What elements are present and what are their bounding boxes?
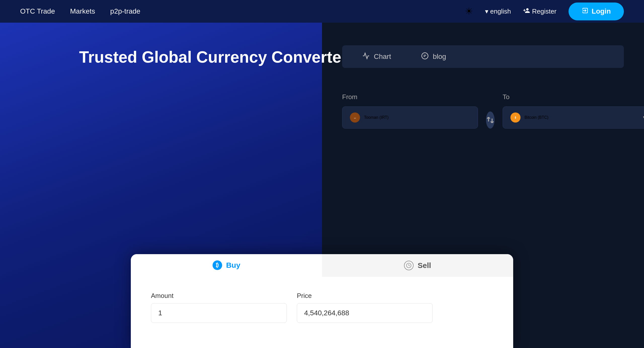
blog-label: blog xyxy=(433,53,446,61)
to-currency-input[interactable]: ₿ Bitcoin (BTC) ▾ xyxy=(503,106,644,129)
register-icon xyxy=(523,7,530,16)
to-label: To xyxy=(503,93,644,101)
irt-flag: ت xyxy=(350,112,360,123)
main-card: ₿ Buy Sell Amount xyxy=(131,254,513,348)
hero-section: Trusted Global Currency Converter & Mone… xyxy=(0,23,644,348)
language-selector[interactable]: ▾ english xyxy=(485,8,511,15)
right-tabs-row: Chart blog xyxy=(342,45,624,68)
login-label: Login xyxy=(592,7,611,15)
amount-field-group: Amount xyxy=(151,292,287,323)
card-wrapper: ₿ Buy Sell Amount xyxy=(131,254,513,348)
price-label: Price xyxy=(297,292,433,300)
nav-p2p-trade[interactable]: p2p-trade xyxy=(110,7,140,15)
nav-markets[interactable]: Markets xyxy=(70,7,95,15)
login-icon xyxy=(582,7,589,16)
language-label: english xyxy=(490,8,511,15)
to-currency-name: Bitcoin (BTC) xyxy=(525,115,548,120)
lang-arrow-icon: ▾ xyxy=(485,8,488,15)
to-currency-dropdown-arrow: ▾ xyxy=(643,114,644,121)
buy-bitcoin-icon: ₿ xyxy=(213,260,222,270)
svg-text:ت: ت xyxy=(354,117,356,119)
to-currency-field: To ₿ Bitcoin (BTC) ▾ xyxy=(503,93,644,129)
register-label: Register xyxy=(532,8,556,15)
form-area: Amount Price xyxy=(131,277,513,348)
from-currency-field: From ت Tooman (IRT) xyxy=(342,93,478,129)
navbar: OTC Trade Markets p2p-trade ☀ ▾ english … xyxy=(0,0,644,23)
tab-buy-label: Buy xyxy=(226,261,240,269)
login-button[interactable]: Login xyxy=(569,3,624,20)
sell-icon xyxy=(404,261,414,270)
blog-icon xyxy=(421,52,429,61)
tab-buy[interactable]: ₿ Buy xyxy=(131,254,322,277)
nav-left: OTC Trade Markets p2p-trade xyxy=(20,7,140,15)
nav-otc-trade[interactable]: OTC Trade xyxy=(20,7,55,15)
tab-chart[interactable]: Chart xyxy=(347,45,406,68)
from-currency-input[interactable]: ت Tooman (IRT) xyxy=(342,106,478,129)
form-fields: Amount Price xyxy=(151,292,493,323)
chart-icon xyxy=(362,52,370,61)
theme-toggle-icon[interactable]: ☀ xyxy=(465,6,473,17)
price-field-group: Price xyxy=(297,292,433,323)
tab-blog[interactable]: blog xyxy=(406,45,461,68)
nav-right: ☀ ▾ english Register Login xyxy=(465,3,624,20)
tab-sell[interactable]: Sell xyxy=(322,254,513,277)
swap-button[interactable] xyxy=(486,111,495,129)
register-button[interactable]: Register xyxy=(523,7,556,16)
from-currency-name: Tooman (IRT) xyxy=(364,115,389,120)
converter-row: From ت Tooman (IRT) xyxy=(342,93,624,129)
amount-input[interactable] xyxy=(151,303,287,323)
amount-label: Amount xyxy=(151,292,287,300)
btc-flag: ₿ xyxy=(510,112,520,123)
price-input[interactable] xyxy=(297,303,433,323)
from-label: From xyxy=(342,93,478,101)
chart-label: Chart xyxy=(374,53,391,61)
card-tabs: ₿ Buy Sell xyxy=(131,254,513,277)
tab-sell-label: Sell xyxy=(418,261,431,270)
